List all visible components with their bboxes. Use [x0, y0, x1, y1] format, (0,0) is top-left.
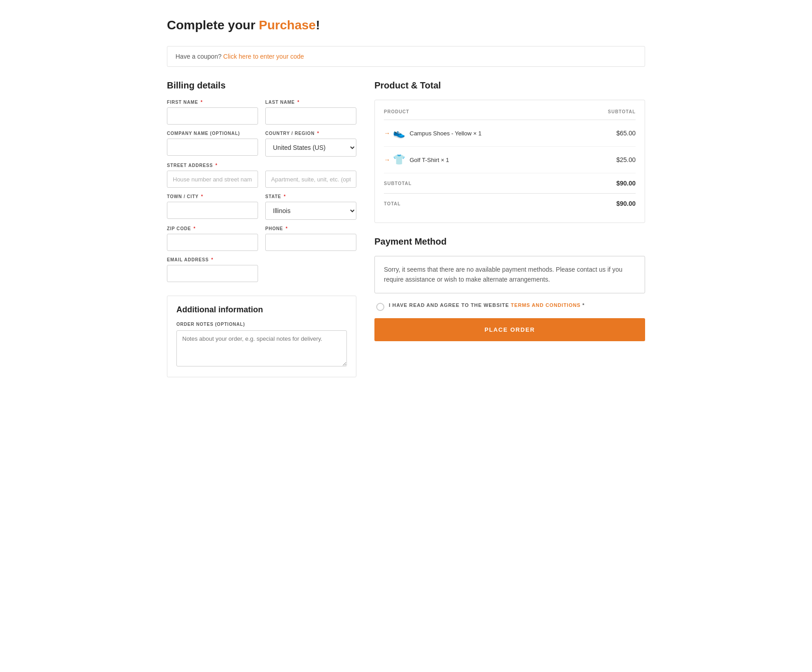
email-group: EMAIL ADDRESS * [167, 257, 258, 282]
phone-group: PHONE * [265, 226, 356, 251]
company-name-label: COMPANY NAME (OPTIONAL) [167, 131, 258, 136]
col-product: PRODUCT [384, 109, 578, 120]
terms-row: I HAVE READ AND AGREE TO THE WEBSITE TER… [374, 302, 645, 311]
last-name-input[interactable] [265, 107, 356, 125]
product-total-title: Product & Total [374, 80, 645, 91]
last-name-group: LAST NAME * [265, 100, 356, 125]
zip-input[interactable] [167, 234, 258, 251]
product-cell-2: 👕 Golf T-Shirt × 1 [393, 154, 578, 166]
total-value: $90.00 [578, 194, 636, 214]
product-price-1: $65.00 [578, 120, 636, 147]
page-title: Complete your Purchase! [167, 18, 645, 32]
coupon-bar: Have a coupon? Click here to enter your … [167, 46, 645, 67]
email-input[interactable] [167, 265, 258, 282]
arrow-icon-2: → [384, 147, 393, 173]
first-name-input[interactable] [167, 107, 258, 125]
zip-label: ZIP CODE * [167, 226, 258, 231]
place-order-button[interactable]: PLACE ORDER [374, 318, 645, 341]
town-label: TOWN / CITY * [167, 194, 258, 199]
arrow-icon-1: → [384, 120, 393, 147]
product-name-2: Golf T-Shirt × 1 [410, 157, 449, 163]
table-row: → 👟 Campus Shoes - Yellow × 1 [384, 120, 636, 147]
total-label: TOTAL [384, 194, 578, 214]
coupon-link[interactable]: Click here to enter your code [223, 53, 304, 60]
total-row: TOTAL $90.00 [384, 194, 636, 214]
additional-info-title: Additional information [176, 305, 347, 315]
subtotal-label: SUBTOTAL [384, 173, 578, 194]
payment-warning-box: Sorry, it seems that there are no availa… [374, 256, 645, 293]
town-state-row: TOWN / CITY * STATE * Illinois [167, 194, 356, 220]
country-select[interactable]: United States (US) [265, 139, 356, 157]
product-table: PRODUCT SUBTOTAL → 👟 [384, 109, 636, 213]
right-column: Product & Total PRODUCT SUBTOTAL → [374, 80, 645, 341]
product-price-2: $25.00 [578, 147, 636, 173]
street-address-1-input[interactable] [167, 171, 258, 188]
last-name-label: LAST NAME * [265, 100, 356, 105]
col-subtotal: SUBTOTAL [578, 109, 636, 120]
name-row: FIRST NAME * LAST NAME * [167, 100, 356, 125]
state-group: STATE * Illinois [265, 194, 356, 220]
payment-method-title: Payment Method [374, 236, 645, 247]
product-total-box: PRODUCT SUBTOTAL → 👟 [374, 100, 645, 223]
country-group: COUNTRY / REGION * United States (US) [265, 131, 356, 157]
zip-phone-row: ZIP CODE * PHONE * [167, 226, 356, 251]
town-input[interactable] [167, 202, 258, 219]
subtotal-value: $90.00 [578, 173, 636, 194]
table-row: → 👕 Golf T-Shirt × 1 $25. [384, 147, 636, 173]
country-label: COUNTRY / REGION * [265, 131, 356, 136]
state-select[interactable]: Illinois [265, 202, 356, 220]
product-cell-1: 👟 Campus Shoes - Yellow × 1 [393, 127, 578, 139]
company-name-group: COMPANY NAME (OPTIONAL) [167, 131, 258, 157]
order-notes-label: ORDER NOTES (OPTIONAL) [176, 322, 347, 327]
subtotal-row: SUBTOTAL $90.00 [384, 173, 636, 194]
zip-group: ZIP CODE * [167, 226, 258, 251]
first-name-label: FIRST NAME * [167, 100, 258, 105]
email-label: EMAIL ADDRESS * [167, 257, 258, 262]
street-address-group: STREET ADDRESS * [167, 163, 356, 188]
billing-title: Billing details [167, 80, 356, 91]
payment-method-section: Payment Method Sorry, it seems that ther… [374, 236, 645, 293]
town-group: TOWN / CITY * [167, 194, 258, 220]
billing-section: Billing details FIRST NAME * LAST NAME * [167, 80, 356, 377]
state-label: STATE * [265, 194, 356, 199]
phone-input[interactable] [265, 234, 356, 251]
terms-checkbox[interactable] [376, 303, 384, 311]
shoe-icon: 👟 [393, 127, 405, 139]
coupon-text: Have a coupon? [175, 53, 221, 60]
first-name-group: FIRST NAME * [167, 100, 258, 125]
street-address-label: STREET ADDRESS * [167, 163, 356, 168]
shirt-icon: 👕 [393, 154, 405, 166]
street-address-2-input[interactable] [265, 171, 356, 188]
phone-label: PHONE * [265, 226, 356, 231]
company-name-input[interactable] [167, 139, 258, 156]
product-name-1: Campus Shoes - Yellow × 1 [410, 130, 481, 137]
order-notes-textarea[interactable] [176, 330, 347, 366]
additional-info-box: Additional information ORDER NOTES (OPTI… [167, 296, 356, 377]
terms-text: I HAVE READ AND AGREE TO THE WEBSITE TER… [389, 302, 585, 308]
company-country-row: COMPANY NAME (OPTIONAL) COUNTRY / REGION… [167, 131, 356, 157]
